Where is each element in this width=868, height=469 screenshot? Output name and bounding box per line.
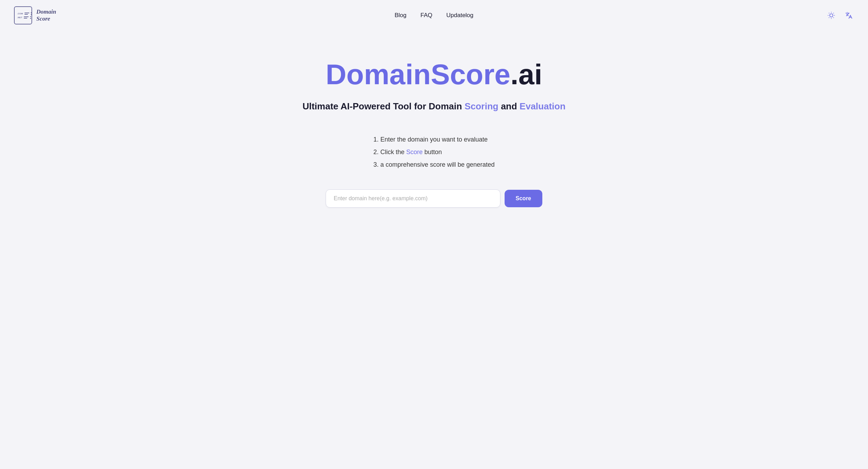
logo-text: Domain Score	[36, 8, 56, 23]
hero-subtitle-part1: Ultimate AI-Powered Tool for Domain	[303, 101, 465, 111]
hero-title-dot: .	[511, 58, 519, 90]
hero-subtitle: Ultimate AI-Powered Tool for Domain Scor…	[303, 100, 566, 113]
instruction-item-2: 2. Click the Score button	[373, 146, 494, 158]
svg-line-7	[829, 17, 829, 18]
main-nav: Blog FAQ Updatelog	[395, 12, 473, 19]
instruction-item-3: 3. a comprehensive score will be generat…	[373, 159, 494, 170]
nav-blog[interactable]: Blog	[395, 12, 406, 19]
score-button[interactable]: Score	[505, 190, 542, 207]
domain-input[interactable]	[326, 189, 500, 208]
instruction-1-text: 1. Enter the domain you want to evaluate	[373, 136, 487, 143]
instruction-3-text: 3. a comprehensive score will be generat…	[373, 161, 494, 168]
instruction-2-highlight: Score	[406, 149, 422, 156]
instruction-2-before: 2. Click the	[373, 149, 406, 156]
nav-updatelog[interactable]: Updatelog	[446, 12, 473, 19]
logo[interactable]: .COM .NET	[14, 6, 56, 24]
hero-subtitle-scoring: Scoring	[464, 101, 498, 111]
sun-icon	[827, 12, 835, 19]
svg-line-8	[833, 13, 834, 13]
svg-line-4	[833, 17, 834, 18]
hero-title-dark: ai	[519, 58, 542, 90]
nav-faq[interactable]: FAQ	[420, 12, 432, 19]
logo-icon: .COM .NET	[14, 6, 32, 24]
hero-subtitle-evaluation: Evaluation	[520, 101, 565, 111]
hero-subtitle-part2: and	[498, 101, 520, 111]
search-area: Score	[326, 189, 542, 208]
header-actions	[826, 10, 854, 21]
translate-icon	[845, 12, 853, 19]
instructions-list: 1. Enter the domain you want to evaluate…	[373, 134, 494, 172]
theme-toggle-button[interactable]	[826, 10, 837, 21]
hero-title: DomainScore.ai	[326, 59, 542, 90]
instruction-item-1: 1. Enter the domain you want to evaluate	[373, 134, 494, 145]
svg-point-0	[830, 14, 833, 17]
hero-title-purple: DomainScore	[326, 58, 511, 90]
site-header: .COM .NET	[0, 0, 868, 31]
instruction-2-after: button	[422, 149, 442, 156]
svg-line-3	[829, 13, 829, 13]
language-toggle-button[interactable]	[844, 10, 854, 21]
main-content: DomainScore.ai Ultimate AI-Powered Tool …	[0, 31, 868, 229]
